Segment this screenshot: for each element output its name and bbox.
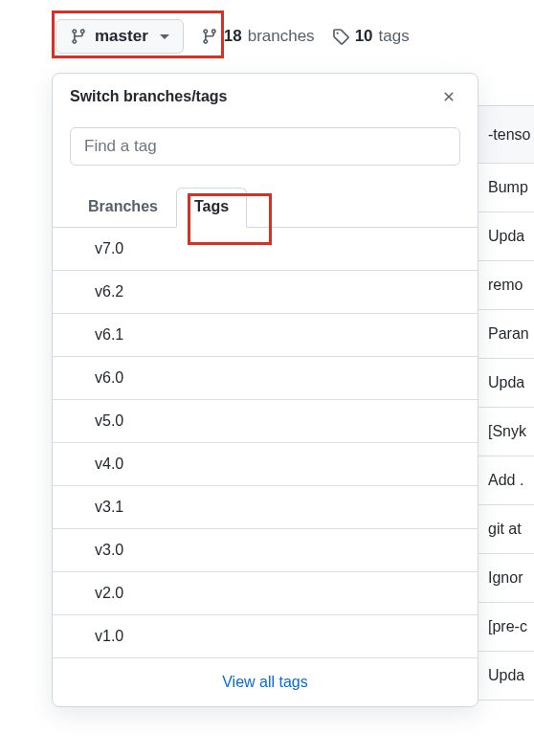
tab-tags[interactable]: Tags [176, 188, 247, 228]
branches-link[interactable]: 18 branches [201, 27, 315, 46]
dropdown-title: Switch branches/tags [70, 88, 228, 105]
file-row[interactable]: Bump [478, 164, 534, 212]
file-row[interactable]: git at [478, 505, 534, 554]
repo-toolbar: master 18 branches 10 tags [0, 0, 534, 73]
tags-link[interactable]: 10 tags [332, 27, 410, 46]
file-row[interactable]: [Snyk [478, 408, 534, 456]
branches-count: 18 [224, 27, 242, 46]
branch-select-button[interactable]: master [56, 19, 184, 54]
tag-list: v7.0 v6.2 v6.1 v6.0 v5.0 v4.0 v3.1 v3.0 … [53, 228, 478, 658]
view-all-tags-link[interactable]: View all tags [53, 658, 478, 706]
tag-item[interactable]: v1.0 [53, 615, 478, 658]
git-branch-icon [70, 28, 87, 45]
tag-item[interactable]: v6.0 [53, 357, 478, 400]
branch-select-label: master [95, 27, 148, 46]
file-row[interactable]: remo [478, 261, 534, 310]
search-wrap [53, 120, 478, 169]
tag-search-input[interactable] [70, 127, 460, 166]
file-row[interactable]: -tenso [478, 106, 534, 164]
branches-label: branches [248, 27, 315, 46]
file-list-partial: -tenso Bump Upda remo Paran Upda [Snyk A… [478, 105, 534, 700]
tags-count: 10 [355, 27, 373, 46]
tag-item[interactable]: v4.0 [53, 443, 478, 486]
close-button[interactable] [437, 85, 460, 108]
file-row[interactable]: Upda [478, 652, 534, 700]
tag-item[interactable]: v3.1 [53, 486, 478, 529]
chevron-down-icon [160, 34, 169, 39]
tag-item[interactable]: v6.1 [53, 314, 478, 357]
tags-label: tags [379, 27, 410, 46]
file-row[interactable]: Add . [478, 456, 534, 505]
tag-item[interactable]: v7.0 [53, 228, 478, 271]
branch-tag-dropdown: Switch branches/tags Branches Tags v7.0 … [52, 73, 478, 707]
close-icon [441, 89, 456, 104]
tab-branches[interactable]: Branches [70, 188, 176, 228]
file-row[interactable]: Upda [478, 212, 534, 261]
tag-item[interactable]: v3.0 [53, 529, 478, 572]
tag-item[interactable]: v6.2 [53, 271, 478, 314]
file-row[interactable]: Ignor [478, 554, 534, 603]
file-row[interactable]: [pre-c [478, 603, 534, 652]
tag-item[interactable]: v2.0 [53, 572, 478, 615]
file-row[interactable]: Upda [478, 359, 534, 408]
dropdown-header: Switch branches/tags [53, 74, 478, 120]
file-row[interactable]: Paran [478, 310, 534, 359]
git-branch-icon [201, 28, 218, 45]
tag-icon [332, 28, 349, 45]
dropdown-tabs: Branches Tags [53, 169, 478, 228]
tag-item[interactable]: v5.0 [53, 400, 478, 443]
